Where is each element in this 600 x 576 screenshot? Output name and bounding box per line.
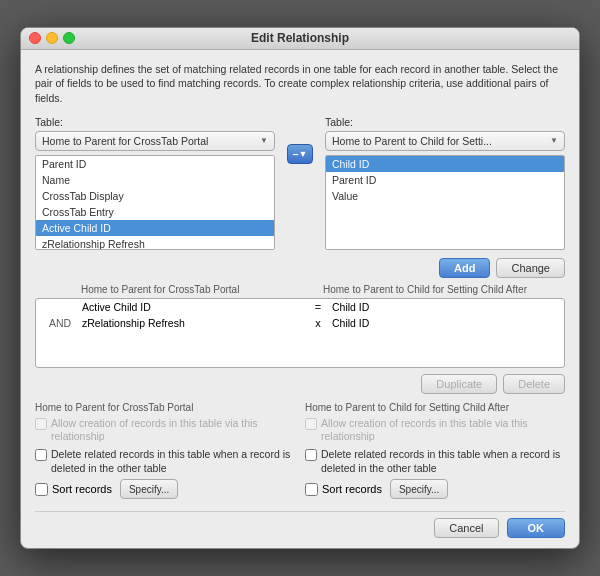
rel-header-right: Home to Parent to Child for Setting Chil… (323, 284, 565, 295)
rel-connector-1: AND (42, 317, 78, 329)
table-section: Table: Home to Parent for CrossTab Porta… (35, 116, 565, 250)
right-field-value[interactable]: Value (326, 188, 564, 204)
rel-op-1: x (308, 317, 328, 329)
options-section: Home to Parent for CrossTab Portal Allow… (35, 402, 565, 502)
right-allow-creation-label: Allow creation of records in this table … (321, 417, 565, 444)
right-table-arrow-icon: ▼ (550, 136, 558, 145)
left-field-crosstab-entry[interactable]: CrossTab Entry (36, 204, 274, 220)
rel-row-0[interactable]: Active Child ID = Child ID (36, 299, 564, 315)
minimize-button[interactable] (46, 32, 58, 44)
left-options-col: Home to Parent for CrossTab Portal Allow… (35, 402, 295, 502)
right-allow-creation-row: Allow creation of records in this table … (305, 417, 565, 444)
left-delete-related-label: Delete related records in this table whe… (51, 448, 295, 475)
left-table-col: Table: Home to Parent for CrossTab Porta… (35, 116, 275, 250)
delete-button[interactable]: Delete (503, 374, 565, 394)
ok-button[interactable]: OK (507, 518, 566, 538)
right-delete-related-checkbox[interactable] (305, 449, 317, 461)
dialog-window: Edit Relationship A relationship defines… (20, 27, 580, 550)
left-field-crosstab-display[interactable]: CrossTab Display (36, 188, 274, 204)
operator-chevron: ▼ (299, 149, 308, 159)
right-delete-related-row: Delete related records in this table whe… (305, 448, 565, 475)
rel-right-0: Child ID (328, 301, 558, 313)
left-sort-label: Sort records (52, 483, 112, 495)
left-specify-button[interactable]: Specify... (120, 479, 178, 499)
right-sort-checkbox[interactable] (305, 483, 318, 496)
left-allow-creation-checkbox[interactable] (35, 418, 47, 430)
duplicate-button[interactable]: Duplicate (421, 374, 497, 394)
close-button[interactable] (29, 32, 41, 44)
rel-header-left: Home to Parent for CrossTab Portal (81, 284, 323, 295)
right-sort-row: Sort records Specify... (305, 479, 565, 499)
left-field-active-child-id[interactable]: Active Child ID (36, 220, 274, 236)
cancel-button[interactable]: Cancel (434, 518, 498, 538)
relationship-table[interactable]: Active Child ID = Child ID AND zRelation… (35, 298, 565, 368)
left-field-list[interactable]: Parent ID Name CrossTab Display CrossTab… (35, 155, 275, 250)
operator-button[interactable]: – ▼ (287, 144, 313, 164)
left-table-arrow-icon: ▼ (260, 136, 268, 145)
rel-row-1[interactable]: AND zRelationship Refresh x Child ID (36, 315, 564, 331)
rel-op-0: = (308, 301, 328, 313)
left-delete-related-checkbox[interactable] (35, 449, 47, 461)
title-bar: Edit Relationship (21, 28, 579, 50)
left-allow-creation-label: Allow creation of records in this table … (51, 417, 295, 444)
rel-left-0: Active Child ID (78, 301, 308, 313)
dup-del-row: Duplicate Delete (35, 374, 565, 394)
traffic-lights (29, 32, 75, 44)
left-field-name[interactable]: Name (36, 172, 274, 188)
left-table-value: Home to Parent for CrossTab Portal (42, 135, 256, 147)
left-table-dropdown[interactable]: Home to Parent for CrossTab Portal ▼ (35, 131, 275, 151)
right-options-col: Home to Parent to Child for Setting Chil… (305, 402, 565, 502)
right-table-value: Home to Parent to Child for Setti... (332, 135, 546, 147)
change-button[interactable]: Change (496, 258, 565, 278)
left-allow-creation-row: Allow creation of records in this table … (35, 417, 295, 444)
right-allow-creation-checkbox[interactable] (305, 418, 317, 430)
rel-left-1: zRelationship Refresh (78, 317, 308, 329)
left-field-zrelationship[interactable]: zRelationship Refresh (36, 236, 274, 250)
add-change-row: Add Change (35, 258, 565, 278)
right-table-label: Table: (325, 116, 565, 128)
maximize-button[interactable] (63, 32, 75, 44)
right-options-title: Home to Parent to Child for Setting Chil… (305, 402, 565, 413)
rel-right-1: Child ID (328, 317, 558, 329)
right-field-child-id[interactable]: Child ID (326, 156, 564, 172)
left-options-title: Home to Parent for CrossTab Portal (35, 402, 295, 413)
left-field-parent-id[interactable]: Parent ID (36, 156, 274, 172)
add-button[interactable]: Add (439, 258, 490, 278)
right-specify-button[interactable]: Specify... (390, 479, 448, 499)
relationship-header: Home to Parent for CrossTab Portal Home … (35, 284, 565, 295)
right-table-dropdown[interactable]: Home to Parent to Child for Setti... ▼ (325, 131, 565, 151)
middle-controls: – ▼ (285, 116, 315, 164)
bottom-buttons: Cancel OK (35, 511, 565, 538)
right-field-parent-id[interactable]: Parent ID (326, 172, 564, 188)
right-table-col: Table: Home to Parent to Child for Setti… (325, 116, 565, 250)
description-text: A relationship defines the set of matchi… (35, 62, 565, 106)
right-sort-label: Sort records (322, 483, 382, 495)
window-title: Edit Relationship (251, 31, 349, 45)
right-field-list[interactable]: Child ID Parent ID Value (325, 155, 565, 250)
left-delete-related-row: Delete related records in this table whe… (35, 448, 295, 475)
left-sort-checkbox[interactable] (35, 483, 48, 496)
right-delete-related-label: Delete related records in this table whe… (321, 448, 565, 475)
left-table-label: Table: (35, 116, 275, 128)
left-sort-row: Sort records Specify... (35, 479, 295, 499)
